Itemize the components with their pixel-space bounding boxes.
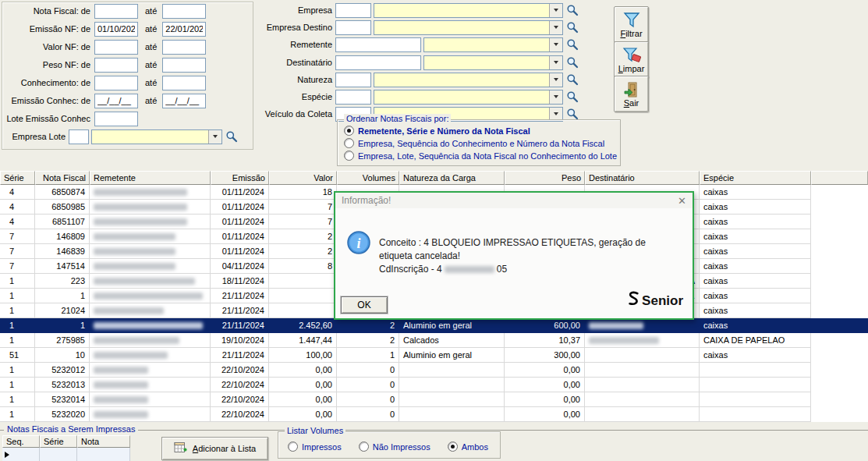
order-option[interactable]: Remetente, Série e Número da Nota Fiscal [344, 126, 620, 136]
info-icon: i [346, 230, 371, 258]
dialog-message: Conceito : 4 BLOQUEIO IMPRESSAO ETIQUETA… [379, 236, 678, 276]
grid-row[interactable]: 511021/11/2024100,001Aluminio em geral30… [0, 348, 868, 363]
filter-combo[interactable] [374, 3, 563, 18]
filter-code-input[interactable] [335, 3, 371, 18]
cell-serie: 4 [0, 200, 35, 215]
until-label: até [145, 78, 157, 87]
filter-combo[interactable] [374, 73, 563, 87]
column-header[interactable]: Nota Fiscal [35, 171, 90, 185]
filter-to-input[interactable] [162, 4, 206, 19]
filter-code-input[interactable] [335, 90, 371, 105]
column-header[interactable]: Volumes [337, 171, 399, 185]
filter-row: Empresa [257, 2, 579, 18]
column-header[interactable]: Destinatário [585, 171, 700, 185]
listar-option[interactable]: Impressos [288, 441, 342, 452]
column-header[interactable]: Peso [505, 171, 585, 185]
search-icon[interactable] [566, 38, 579, 51]
column-header[interactable]: Remetente [90, 171, 211, 185]
grid-row[interactable]: 1523201322/10/20240,0000,00 [0, 378, 868, 392]
filter-from-input[interactable] [94, 22, 138, 37]
filter-code-input[interactable] [335, 37, 421, 52]
filter-to-input[interactable] [162, 58, 206, 73]
listar-option[interactable]: Não Impressos [359, 441, 430, 452]
cell-emissao: 22/10/2024 [211, 363, 269, 378]
dialog-close-icon[interactable]: ✕ [678, 196, 686, 206]
cell-serie: 1 [0, 289, 35, 303]
redacted-remetente [94, 248, 175, 255]
cell-nota-fiscal: 1 [35, 289, 90, 303]
ok-button[interactable]: OK [341, 296, 388, 314]
search-icon[interactable] [566, 73, 579, 86]
redacted-remetente [94, 263, 175, 270]
filter-from-input[interactable] [94, 76, 138, 90]
search-icon[interactable] [566, 56, 579, 69]
filter-combo[interactable] [374, 90, 563, 105]
column-header[interactable]: Natureza da Carga [399, 171, 505, 185]
radio-button[interactable] [359, 441, 369, 452]
grid-row[interactable]: 1523202022/10/20240,0000,00 [0, 407, 868, 422]
filter-from-input[interactable] [94, 40, 138, 55]
cell-volumes: 2 [337, 318, 399, 333]
combo-value [92, 130, 208, 144]
queue-column-header: Série [40, 435, 77, 448]
sair-button[interactable]: Sair [614, 76, 649, 112]
order-option[interactable]: Empresa, Lote, Sequência da Nota Fiscal … [344, 151, 620, 161]
search-icon[interactable] [566, 4, 579, 16]
radio-button[interactable] [344, 138, 354, 148]
column-header[interactable]: Espécie [700, 171, 811, 185]
chevron-down-icon[interactable] [549, 21, 562, 34]
search-icon[interactable] [566, 108, 579, 120]
filter-combo[interactable] [423, 55, 563, 70]
column-header[interactable]: Série [0, 171, 35, 185]
filter-row: Valor NF: deaté [3, 39, 206, 55]
grid-row[interactable]: 127598519/10/20241.447,442Calcados10,37C… [0, 333, 868, 348]
filter-combo[interactable] [423, 37, 563, 52]
chevron-down-icon[interactable] [549, 90, 562, 104]
grid-row[interactable]: 1121/11/20242.452,602Aluminio em geral60… [0, 318, 868, 333]
empresa-lote-code-input[interactable] [69, 129, 89, 144]
cell-serie: 1 [0, 363, 35, 378]
filter-to-input[interactable] [162, 76, 206, 90]
radio-button[interactable] [344, 151, 354, 161]
listar-option[interactable]: Ambos [448, 441, 488, 452]
radio-button[interactable] [288, 441, 298, 452]
radio-button[interactable] [344, 126, 354, 136]
cell-destinatario [585, 407, 700, 422]
lote-emissao-input[interactable] [94, 112, 138, 126]
filtrar-button[interactable]: Filtrar [614, 6, 649, 43]
empresa-lote-combo[interactable] [91, 129, 222, 144]
search-icon[interactable] [566, 90, 579, 103]
cell-valor: 1.447,44 [269, 333, 337, 348]
search-icon[interactable] [566, 21, 579, 34]
order-option[interactable]: Empresa, Sequência do Conhecimento e Núm… [344, 138, 620, 148]
filter-from-input[interactable] [94, 58, 138, 73]
grid-row[interactable]: 1523201422/10/20240,0000,00 [0, 392, 868, 407]
limpar-button[interactable]: Limpar [614, 41, 649, 78]
cell-nota-fiscal: 6850874 [35, 185, 90, 200]
filter-from-input[interactable] [94, 94, 138, 108]
filter-to-input[interactable] [162, 40, 206, 55]
column-header[interactable]: Emissão [211, 171, 269, 185]
chevron-down-icon[interactable] [549, 108, 562, 121]
chevron-down-icon[interactable] [549, 56, 562, 69]
filter-code-input[interactable] [335, 73, 371, 87]
search-icon[interactable] [225, 130, 238, 143]
filter-to-input[interactable] [162, 94, 206, 108]
filter-from-input[interactable] [94, 4, 138, 19]
adicionar-a-lista-button[interactable]: Adicionar à Lista [161, 437, 268, 460]
filter-code-input[interactable] [335, 55, 421, 70]
chevron-down-icon[interactable] [549, 73, 562, 87]
filter-to-input[interactable] [162, 22, 206, 37]
filter-code-input[interactable] [335, 20, 371, 35]
chevron-down-icon[interactable] [549, 38, 562, 51]
cell-emissao: 01/11/2024 [211, 244, 269, 259]
chevron-down-icon[interactable] [549, 4, 562, 17]
chevron-down-icon[interactable] [208, 130, 221, 144]
grid-row[interactable]: 1523201222/10/20240,0000,00 [0, 363, 868, 378]
cell-nota-fiscal: 5232013 [35, 378, 90, 392]
radio-button[interactable] [448, 441, 458, 452]
column-header[interactable]: Valor [269, 171, 337, 185]
filter-label: Empresa Lote [3, 132, 66, 141]
add-button-label: Adicionar à Lista [193, 444, 256, 453]
filter-combo[interactable] [374, 20, 563, 35]
